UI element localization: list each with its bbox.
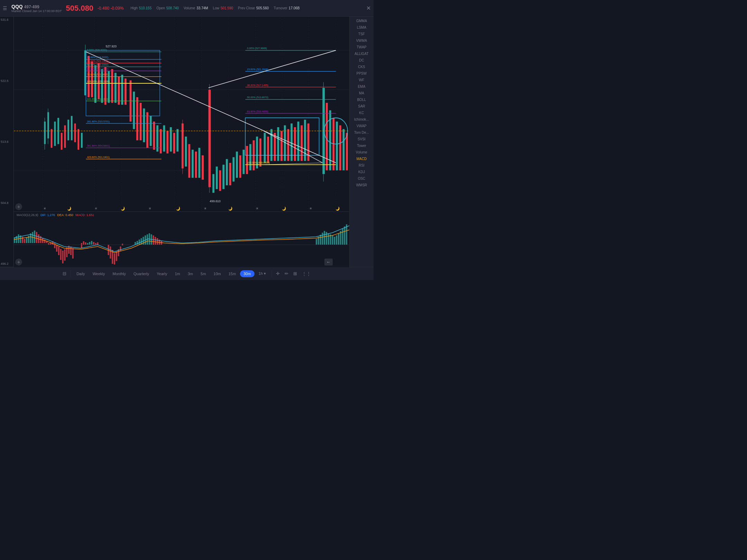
svg-text:361.80% (504.6801): 361.80% (504.6801)	[87, 144, 110, 147]
svg-rect-217	[122, 244, 123, 245]
svg-text:61.80% (522.3500): 61.80% (522.3500)	[87, 67, 108, 71]
timeframe-daily[interactable]: Daily	[73, 270, 88, 277]
sidebar-item-svsi[interactable]: SVSI	[350, 136, 374, 142]
sidebar-item-osc[interactable]: OSC	[350, 176, 374, 181]
sidebar-item-tower[interactable]: Tower	[350, 143, 374, 149]
svg-rect-58	[160, 129, 162, 153]
svg-text:☀: ☀	[256, 206, 258, 211]
svg-rect-85	[243, 150, 245, 174]
sidebar-item-ppsw[interactable]: PPSW	[350, 71, 374, 76]
svg-rect-79	[222, 165, 224, 189]
grid-icon[interactable]: ⋮⋮	[300, 270, 313, 278]
layout-icon[interactable]: ⊟	[61, 270, 68, 278]
sidebar-item-vwma[interactable]: VWMA	[350, 38, 374, 44]
svg-text:☀: ☀	[204, 206, 206, 211]
timeframe-3m[interactable]: 3m	[184, 270, 196, 277]
svg-rect-95	[277, 127, 279, 161]
svg-rect-60	[166, 131, 168, 153]
sidebar-item-gmma[interactable]: GMMA	[350, 18, 374, 24]
svg-rect-86	[246, 146, 248, 174]
svg-rect-56	[153, 122, 155, 150]
sidebar-item-kc[interactable]: KC	[350, 110, 374, 116]
svg-rect-234	[320, 235, 321, 245]
svg-rect-232	[316, 239, 317, 245]
svg-rect-62	[173, 133, 175, 153]
svg-text:100.00% (520.1000): 100.00% (520.1000)	[87, 80, 110, 83]
sidebar-item-tsf[interactable]: TSF	[350, 31, 374, 37]
timeframe-1h[interactable]: 1h ▾	[255, 270, 269, 277]
timeframe-yearly[interactable]: Yearly	[153, 270, 170, 277]
right-sidebar: GMMA LSMA TSF VWMA TWAP ALLIGAT DC CKS P…	[349, 17, 374, 267]
svg-rect-202	[83, 241, 84, 245]
sidebar-item-ema[interactable]: EMA	[350, 84, 374, 90]
timeframe-10m[interactable]: 10m	[210, 270, 224, 277]
sidebar-item-wf[interactable]: WF	[350, 77, 374, 83]
sidebar-item-wmsr[interactable]: WMSR	[350, 182, 374, 188]
sidebar-item-kdj[interactable]: KDJ	[350, 169, 374, 175]
main-chart[interactable]: ☀ 🌙 ☀ 🌙 ☀ 🌙 ☀ 🌙 ☀ 🌙 ☀ 🌙 527.920 499.610 …	[14, 17, 349, 212]
svg-text:23.60% (521.2846): 23.60% (521.2846)	[247, 68, 268, 71]
sidebar-item-volume[interactable]: Volume	[350, 149, 374, 155]
sidebar-item-rsi[interactable]: RSI	[350, 162, 374, 168]
svg-rect-235	[322, 233, 323, 245]
sidebar-item-vwap[interactable]: VWAP	[350, 123, 374, 129]
svg-text:🌙: 🌙	[176, 206, 180, 211]
price-axis-left: 531.6 522.5 513.6 504.8 496.2	[0, 17, 14, 267]
svg-rect-203	[85, 242, 86, 245]
timeframe-monthly[interactable]: Monthly	[109, 270, 130, 277]
timeframe-weekly[interactable]: Weekly	[89, 270, 109, 277]
stat-turnover: Turnover 17.06B	[274, 6, 299, 10]
svg-rect-91	[264, 133, 266, 163]
add-button[interactable]: +	[15, 203, 22, 210]
svg-rect-229	[157, 238, 158, 245]
svg-rect-211	[110, 246, 111, 259]
price-change: -0.480 -0.09%	[98, 6, 123, 11]
svg-rect-176	[24, 239, 25, 243]
sidebar-item-lsma[interactable]: LSMA	[350, 25, 374, 30]
svg-rect-205	[89, 242, 90, 245]
stat-prev-close: Prev Close 505.560	[238, 6, 269, 10]
sidebar-item-macd[interactable]: MACD	[350, 156, 374, 162]
svg-rect-30	[71, 116, 73, 140]
svg-rect-52	[140, 103, 142, 140]
sidebar-item-cks[interactable]: CKS	[350, 64, 374, 70]
cursor-tool-icon[interactable]: ✛	[274, 270, 282, 278]
timeframe-15m[interactable]: 15m	[225, 270, 239, 277]
svg-rect-209	[97, 242, 99, 245]
sidebar-item-dc[interactable]: DC	[350, 57, 374, 63]
svg-rect-98	[287, 129, 289, 161]
indicator-icon[interactable]: ⊞	[291, 270, 299, 278]
svg-text:50.00% (513.8072): 50.00% (513.8072)	[247, 96, 268, 99]
main-container: 531.6 522.5 513.6 504.8 496.2	[0, 17, 374, 267]
timeframe-5m[interactable]: 5m	[197, 270, 209, 277]
sidebar-item-ichimok[interactable]: Ichimok...	[350, 116, 374, 122]
svg-rect-196	[64, 249, 66, 261]
macd-arrow-button[interactable]: ←	[324, 259, 333, 265]
sidebar-item-sar[interactable]: SAR	[350, 103, 374, 109]
svg-rect-187	[46, 241, 47, 243]
svg-rect-111	[336, 122, 338, 170]
timeframe-quarterly[interactable]: Quarterly	[130, 270, 153, 277]
timeframe-30m[interactable]: 30m	[240, 270, 254, 277]
timeframe-1m[interactable]: 1m	[171, 270, 183, 277]
svg-rect-214	[116, 252, 117, 261]
svg-text:527.920: 527.920	[106, 45, 117, 48]
close-icon[interactable]: ✕	[366, 5, 371, 11]
svg-rect-18	[44, 122, 46, 144]
sidebar-item-alligat[interactable]: ALLIGAT	[350, 51, 374, 57]
hamburger-icon[interactable]: ☰	[3, 6, 7, 11]
draw-tool-icon[interactable]: ✏	[283, 270, 290, 278]
svg-rect-21	[47, 112, 49, 139]
svg-rect-103	[304, 120, 306, 161]
sidebar-item-tomde[interactable]: Tom De...	[350, 130, 374, 136]
svg-rect-243	[338, 234, 339, 245]
svg-text:261.80% (510.5701): 261.80% (510.5701)	[87, 120, 110, 123]
svg-text:🌙: 🌙	[121, 206, 125, 211]
sidebar-item-twap[interactable]: TWAP	[350, 44, 374, 50]
sidebar-item-boll[interactable]: BOLL	[350, 97, 374, 103]
macd-add-button[interactable]: +	[15, 259, 22, 265]
svg-rect-245	[342, 228, 343, 245]
svg-rect-64	[182, 123, 184, 168]
svg-rect-114	[346, 133, 348, 170]
sidebar-item-ma[interactable]: MA	[350, 90, 374, 96]
